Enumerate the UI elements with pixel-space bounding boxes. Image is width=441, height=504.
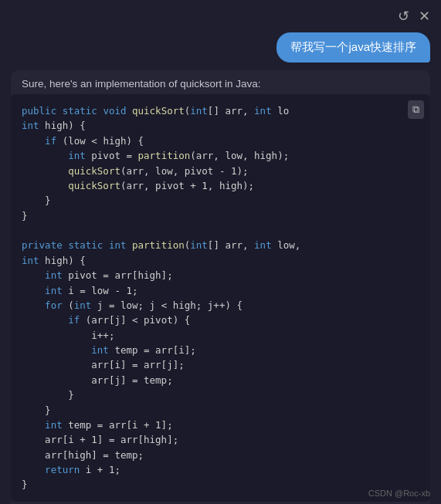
refresh-icon[interactable]: ↺	[398, 8, 409, 25]
copy-button[interactable]: ⧉	[408, 100, 424, 119]
user-message-area: 帮我写一个java快速排序	[0, 32, 441, 70]
response-intro: Sure, here's an implementation of quicks…	[11, 70, 430, 94]
watermark: CSDN @Roc-xb	[368, 489, 430, 498]
close-icon[interactable]: ✕	[419, 8, 430, 25]
user-bubble: 帮我写一个java快速排序	[276, 32, 430, 63]
response-area: Sure, here's an implementation of quicks…	[11, 70, 430, 504]
code-content: public static void quickSort(int[] arr, …	[22, 103, 419, 492]
user-message-text: 帮我写一个java快速排序	[290, 40, 416, 53]
code-block: ⧉ public static void quickSort(int[] arr…	[11, 94, 430, 502]
top-bar: ↺ ✕	[0, 0, 441, 32]
